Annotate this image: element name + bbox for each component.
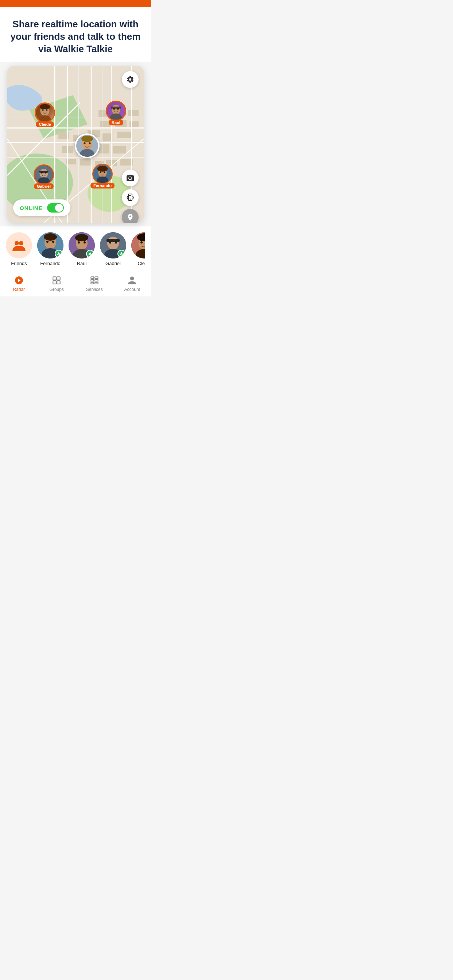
camera-icon [126,173,135,182]
svg-point-97 [140,241,143,243]
raul-friend-label: Raul [77,261,87,266]
svg-point-84 [83,241,86,243]
map-container: Cleide Raul [7,66,144,223]
friend-item-cleide[interactable]: Cleide [131,232,145,266]
raul-location-badge [86,250,94,258]
svg-rect-7 [102,134,112,142]
svg-point-67 [97,166,108,172]
nav-item-radar[interactable]: Radar [0,275,38,292]
locate-button[interactable] [122,209,139,223]
svg-point-69 [104,172,105,173]
friends-section: Friends [0,226,151,272]
svg-point-83 [78,241,80,243]
svg-point-82 [75,234,88,241]
svg-rect-107 [95,280,98,281]
map-pin-fernando[interactable]: Fernando [91,164,115,188]
svg-point-46 [40,104,50,110]
svg-marker-85 [88,252,92,255]
groups-nav-label: Groups [49,287,64,292]
svg-marker-78 [57,252,61,255]
svg-rect-105 [91,283,94,284]
raul-friend-avatar [69,232,95,258]
svg-point-91 [115,241,117,243]
svg-point-44 [42,110,43,111]
toggle-thumb [55,204,63,212]
nav-item-account[interactable]: Account [113,275,152,292]
cleide-label: Cleide [36,121,54,127]
svg-point-75 [44,233,57,240]
gabriel-location-badge [118,250,126,258]
fernando-friend-avatar [37,232,64,258]
services-icon [90,275,99,285]
friends-row: Friends [6,232,145,268]
svg-point-63 [45,172,46,173]
svg-rect-108 [95,283,98,284]
svg-point-70 [14,241,19,245]
friends-all-avatar [6,232,32,258]
svg-point-90 [109,241,111,243]
account-nav-label: Account [124,287,140,292]
svg-point-76 [46,240,48,243]
cleide-friend-label: Cleide [138,261,145,266]
svg-rect-61 [39,171,48,173]
svg-rect-23 [129,121,139,127]
friend-item-raul[interactable]: Raul [69,232,95,266]
account-nav-icon [127,275,137,285]
map-pin-raul[interactable]: Raul [106,100,126,126]
svg-point-87 [107,237,119,250]
svg-rect-102 [57,281,60,284]
groups-nav-icon [51,275,62,285]
svg-point-47 [112,105,120,115]
friend-item-gabriel[interactable]: Gabriel [100,232,126,266]
fernando-label: Fernando [91,183,115,188]
nav-item-groups[interactable]: Groups [38,275,76,292]
walkie-talkie-icon [126,193,135,202]
svg-rect-100 [57,277,60,280]
groups-icon [52,275,61,285]
svg-rect-106 [95,277,98,278]
radar-icon [14,275,24,285]
svg-point-71 [19,241,23,245]
friend-item-fernando[interactable]: Fernando [37,232,64,266]
map-pin-me[interactable] [75,134,100,158]
toggle-switch[interactable] [47,203,64,213]
svg-point-54 [80,149,94,158]
nav-item-services[interactable]: Services [75,275,113,292]
hero-title: Share realtime location with your friend… [7,18,144,55]
svg-point-41 [130,199,131,200]
location-icon [57,251,61,256]
svg-point-55 [83,143,85,145]
svg-point-38 [129,177,132,180]
hero-section: Share realtime location with your friend… [0,7,151,62]
svg-rect-89 [107,239,120,242]
svg-rect-103 [91,277,94,278]
friends-group-icon [12,238,26,253]
svg-rect-8 [117,132,131,138]
location-icon [88,251,92,256]
friend-item-all[interactable]: Friends [6,232,32,266]
online-label: ONLINE [20,205,43,211]
svg-point-56 [89,143,91,145]
online-toggle[interactable]: ONLINE [13,199,70,216]
svg-rect-99 [53,277,57,280]
radar-nav-icon [14,275,24,285]
raul-label: Raul [109,119,123,126]
status-bar [0,0,151,7]
svg-marker-92 [120,252,123,255]
svg-point-77 [52,240,54,243]
svg-rect-20 [128,110,139,116]
gabriel-label: Gabriel [34,183,54,189]
fernando-location-badge [55,250,63,258]
services-nav-label: Services [86,287,103,292]
fernando-friend-label: Fernando [40,261,61,266]
map-pin-cleide[interactable]: Cleide [35,102,55,127]
cleide-friend-avatar [131,232,145,258]
svg-point-57 [81,135,93,142]
svg-point-68 [100,172,101,173]
gear-icon [126,75,134,83]
map-pin-gabriel[interactable]: Gabriel [33,164,54,189]
friend-all-label: Friends [11,261,27,266]
services-nav-icon [89,275,100,285]
svg-point-62 [41,172,42,173]
account-icon [127,275,137,285]
